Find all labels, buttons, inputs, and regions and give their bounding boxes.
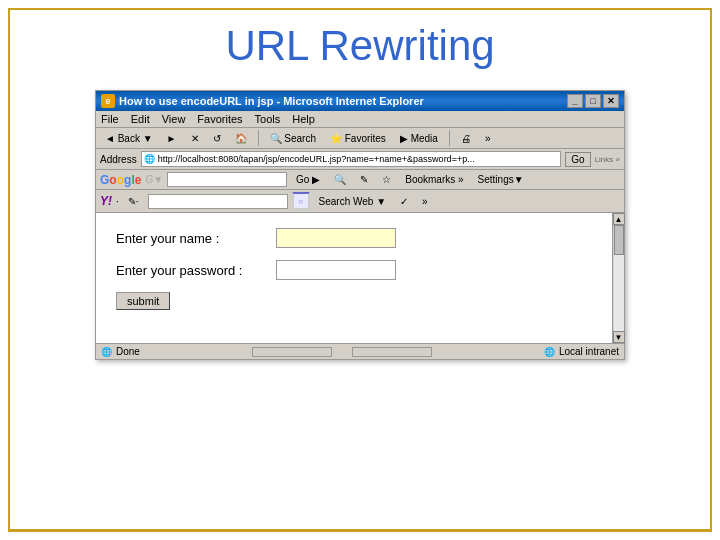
yahoo-spinner: ○ bbox=[292, 192, 310, 210]
slide-border bbox=[8, 8, 712, 532]
bottom-decorative-line bbox=[8, 529, 712, 532]
